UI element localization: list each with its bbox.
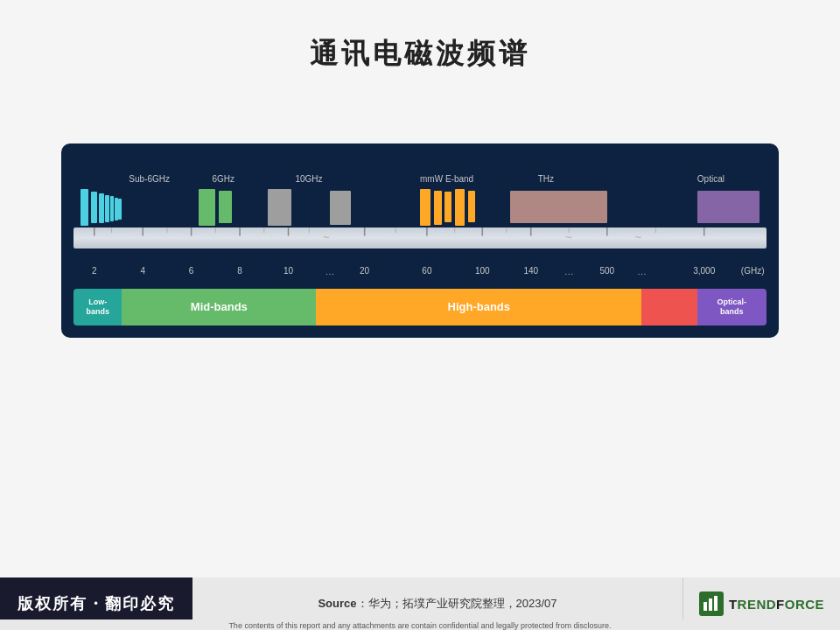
source-text: Source：华为；拓墣产业研究院整理，2023/07 — [318, 596, 556, 612]
source-detail: ：华为；拓墣产业研究院整理，2023/07 — [357, 597, 557, 610]
band-labels-row: Sub-6GHz 6GHz 10GHz mmW E-band THz Optic… — [74, 158, 766, 184]
marker-orange-2 — [434, 191, 443, 225]
marker-7 — [118, 199, 121, 220]
disclaimer-text: The contents of this report and any atta… — [228, 621, 611, 630]
freq-dots3: … — [637, 266, 647, 276]
trendforce-logo: TRENDFORCE — [699, 592, 824, 616]
band-mid: Mid-bands — [122, 289, 316, 326]
marker-2 — [91, 192, 97, 224]
marker-gray-2 — [330, 191, 351, 225]
disclaimer-bar: The contents of this report and any atta… — [0, 620, 840, 630]
freq-100: 100 — [475, 266, 490, 276]
tf-icon-svg — [703, 595, 720, 612]
marker-orange-5 — [468, 191, 475, 223]
label-optical: Optical — [697, 174, 724, 184]
freq-6: 6 — [189, 266, 194, 276]
label-mmw: mmW E-band — [420, 174, 473, 184]
source-label: Source — [318, 597, 356, 610]
marker-4 — [105, 195, 109, 222]
freq-500: 500 — [599, 266, 614, 276]
marker-orange-3 — [444, 192, 452, 223]
wavy-3: ~ — [635, 231, 642, 244]
label-sub6ghz: Sub-6GHz — [129, 174, 170, 184]
freq-ghz: (GHz) — [741, 266, 765, 276]
label-thz: THz — [538, 174, 554, 184]
trendforce-name: TRENDFORCE — [729, 597, 824, 612]
marker-green-2 — [219, 191, 231, 224]
label-10ghz: 10GHz — [295, 174, 322, 184]
frequency-numbers: 2 4 6 8 10 … 20 60 100 140 … 500 … 3,000… — [74, 266, 766, 284]
freq-60: 60 — [422, 266, 431, 276]
band-low: Low-bands — [74, 289, 122, 326]
marker-6 — [115, 198, 118, 221]
wavy-1: ~ — [323, 231, 330, 244]
marker-5 — [110, 196, 114, 221]
wavy-2: ~ — [565, 231, 572, 244]
marker-green-1 — [199, 189, 216, 225]
freq-10: 10 — [284, 266, 293, 276]
svg-rect-23 — [714, 596, 718, 611]
freq-140: 140 — [523, 266, 538, 276]
markers-container — [74, 187, 766, 228]
band-thz-seg — [641, 289, 696, 326]
marker-1 — [80, 189, 89, 225]
spectrum-diagram: Sub-6GHz 6GHz 10GHz mmW E-band THz Optic… — [61, 144, 779, 338]
svg-rect-21 — [704, 602, 707, 611]
freq-2: 2 — [92, 266, 97, 276]
marker-3 — [99, 193, 104, 224]
copyright-text: 版权所有・翻印必究 — [18, 593, 175, 614]
freq-4: 4 — [140, 266, 145, 276]
marker-orange-1 — [420, 189, 430, 225]
freq-8: 8 — [237, 266, 242, 276]
marker-optical — [697, 191, 760, 224]
svg-rect-22 — [709, 598, 712, 611]
marker-thz — [510, 191, 607, 224]
band-optical: Optical-bands — [697, 289, 766, 326]
freq-dots1: … — [326, 266, 335, 276]
bands-row: Low-bands Mid-bands High-bands Optical-b… — [74, 289, 766, 326]
marker-orange-4 — [455, 189, 466, 225]
page-title: 通讯电磁波频谱 — [310, 35, 530, 74]
ruler-ticks-svg — [74, 228, 766, 248]
freq-20: 20 — [360, 266, 369, 276]
main-content: 通讯电磁波频谱 Sub-6GHz 6GHz 10GHz mmW E-band T… — [0, 0, 840, 578]
band-high: High-bands — [316, 289, 641, 326]
freq-3000: 3,000 — [693, 266, 715, 276]
ruler-area: ~ ~ ~ — [74, 187, 766, 264]
freq-dots2: … — [564, 266, 574, 276]
ruler-bar — [74, 228, 766, 248]
marker-gray-1 — [268, 189, 292, 225]
trendforce-icon — [699, 592, 724, 616]
label-6ghz: 6GHz — [212, 174, 234, 184]
